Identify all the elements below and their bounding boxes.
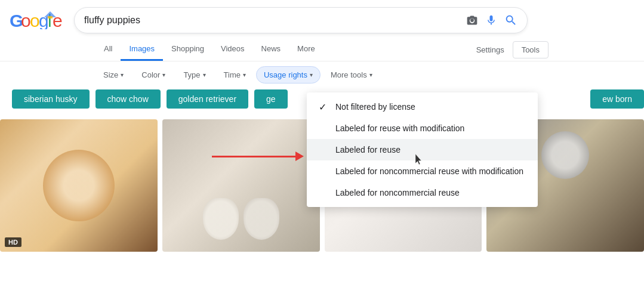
dropdown-item-labeled-reuse-mod[interactable]: Labeled for reuse with modification (307, 118, 538, 139)
chip-newborn[interactable]: ew born (590, 89, 644, 109)
chip-ge[interactable]: ge (254, 89, 288, 109)
arrow-head (295, 152, 304, 161)
usage-rights-filter[interactable]: Usage rights ▾ (256, 66, 321, 84)
time-chevron: ▾ (243, 72, 246, 78)
search-icons (466, 14, 517, 27)
tab-news[interactable]: News (253, 38, 289, 61)
dropdown-item-labeled-noncommercial-mod[interactable]: Labeled for noncommercial reuse with mod… (307, 160, 538, 182)
dropdown-item-not-filtered[interactable]: ✓ Not filtered by license (307, 96, 538, 118)
camera-search-button[interactable] (466, 14, 478, 26)
dropdown-item-label: Labeled for reuse with modification (335, 123, 464, 133)
more-tools-filter[interactable]: More tools ▾ (323, 66, 380, 84)
search-button[interactable] (504, 14, 517, 27)
chip-siberian-husky[interactable]: siberian husky (12, 89, 90, 109)
image-group[interactable] (162, 119, 320, 252)
dropdown-item-labeled-reuse[interactable]: Labeled for reuse (307, 139, 538, 160)
arrow-line (212, 156, 295, 157)
dropdown-item-labeled-noncommercial[interactable]: Labeled for noncommercial reuse (307, 182, 538, 203)
chip-chow-chow[interactable]: chow chow (95, 89, 161, 109)
tab-more[interactable]: More (289, 38, 323, 61)
usage-rights-chevron: ▾ (310, 72, 313, 78)
tab-shopping[interactable]: Shopping (163, 38, 212, 61)
dropdown-item-label: Labeled for noncommercial reuse (335, 188, 460, 197)
type-chevron: ▾ (203, 72, 206, 78)
checkmark-icon: ✓ (319, 101, 326, 113)
type-filter[interactable]: Type ▾ (175, 66, 213, 84)
size-label: Size (103, 70, 118, 79)
color-chevron: ▾ (162, 72, 165, 78)
dropdown-item-label: Labeled for reuse (335, 145, 400, 154)
time-label: Time (224, 70, 241, 79)
color-label: Color (141, 70, 160, 79)
search-bar (74, 7, 528, 33)
tools-button[interactable]: Tools (513, 41, 549, 58)
color-filter[interactable]: Color ▾ (134, 66, 173, 84)
usage-rights-label: Usage rights (264, 70, 307, 79)
time-filter[interactable]: Time ▾ (216, 66, 254, 84)
google-logo[interactable]: G o o g l e (10, 11, 64, 29)
filter-bar: Size ▾ Color ▾ Type ▾ Time ▾ Usage right… (0, 61, 644, 84)
svg-text:e: e (53, 11, 63, 29)
svg-rect-7 (48, 16, 53, 18)
size-chevron: ▾ (121, 72, 124, 78)
dropdown-item-label: Labeled for noncommercial reuse with mod… (335, 166, 523, 176)
dropdown-item-label: Not filtered by license (335, 102, 415, 112)
image-pom1[interactable]: HD (0, 119, 158, 252)
red-arrow (212, 152, 304, 161)
type-label: Type (183, 70, 200, 79)
size-filter[interactable]: Size ▾ (95, 66, 131, 84)
hd-badge: HD (5, 237, 21, 247)
settings-button[interactable]: Settings (468, 42, 513, 58)
nav-tabs: All Images Shopping Videos News More Set… (0, 38, 644, 61)
more-tools-chevron: ▾ (369, 72, 372, 78)
search-input[interactable] (84, 15, 466, 26)
usage-rights-dropdown: ✓ Not filtered by license Labeled for re… (307, 92, 538, 207)
voice-search-button[interactable] (485, 14, 497, 26)
tab-videos[interactable]: Videos (212, 38, 253, 61)
tab-images[interactable]: Images (121, 38, 163, 61)
header: G o o g l e (0, 0, 644, 38)
more-tools-label: More tools (331, 70, 367, 79)
chip-golden-retriever[interactable]: golden retriever (167, 89, 248, 109)
tab-all[interactable]: All (95, 38, 121, 61)
